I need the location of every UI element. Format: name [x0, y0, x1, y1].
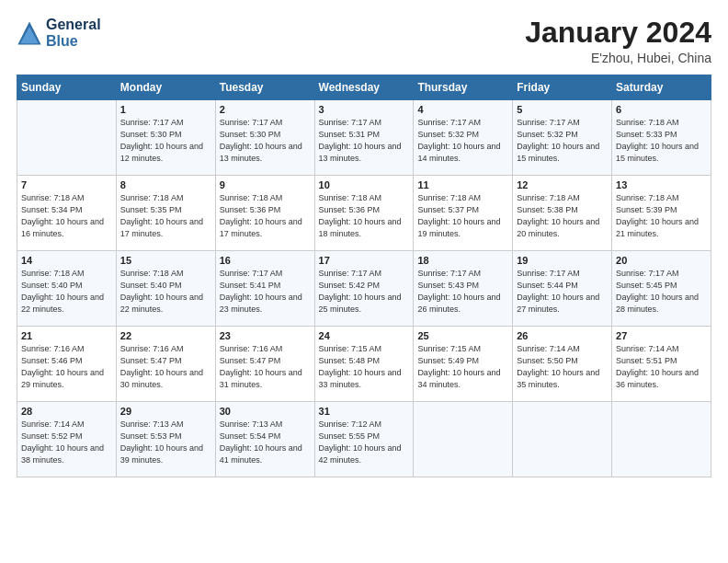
day-info: Sunrise: 7:18 AMSunset: 5:34 PMDaylight:…	[21, 192, 112, 240]
day-info-line: Sunrise: 7:18 AM	[616, 117, 707, 129]
day-info: Sunrise: 7:16 AMSunset: 5:46 PMDaylight:…	[21, 343, 112, 391]
day-info-line: Sunset: 5:32 PM	[517, 129, 608, 141]
day-info-line: Daylight: 10 hours and 16 minutes.	[21, 216, 112, 240]
day-info-line: Daylight: 10 hours and 31 minutes.	[220, 367, 311, 391]
day-info-line: Sunrise: 7:12 AM	[319, 419, 410, 431]
day-info-line: Daylight: 10 hours and 22 minutes.	[21, 292, 112, 316]
day-info-line: Sunset: 5:46 PM	[21, 355, 112, 367]
day-info-line: Sunset: 5:52 PM	[21, 431, 112, 442]
day-info-line: Daylight: 10 hours and 27 minutes.	[517, 292, 608, 316]
calendar-cell: 14Sunrise: 7:18 AMSunset: 5:40 PMDayligh…	[17, 251, 117, 327]
day-info-line: Daylight: 10 hours and 42 minutes.	[319, 442, 410, 466]
header-row: Sunday Monday Tuesday Wednesday Thursday…	[17, 75, 711, 100]
day-info: Sunrise: 7:15 AMSunset: 5:49 PMDaylight:…	[417, 343, 508, 391]
day-number: 22	[120, 330, 211, 341]
day-info-line: Sunset: 5:43 PM	[417, 280, 508, 292]
day-info-line: Daylight: 10 hours and 12 minutes.	[120, 141, 211, 165]
calendar-cell: 4Sunrise: 7:17 AMSunset: 5:32 PMDaylight…	[414, 100, 513, 176]
day-info-line: Daylight: 10 hours and 17 minutes.	[220, 216, 311, 240]
day-info-line: Daylight: 10 hours and 39 minutes.	[120, 442, 211, 466]
day-info-line: Sunrise: 7:17 AM	[616, 268, 707, 280]
day-info-line: Sunrise: 7:17 AM	[319, 117, 410, 129]
day-number: 18	[417, 255, 508, 266]
calendar-cell: 31Sunrise: 7:12 AMSunset: 5:55 PMDayligh…	[314, 402, 414, 477]
calendar-cell: 17Sunrise: 7:17 AMSunset: 5:42 PMDayligh…	[314, 251, 414, 327]
day-info-line: Sunset: 5:50 PM	[517, 355, 608, 367]
day-info-line: Daylight: 10 hours and 15 minutes.	[517, 141, 608, 165]
day-info-line: Sunrise: 7:17 AM	[417, 117, 508, 129]
day-number: 27	[616, 330, 707, 341]
day-number: 13	[616, 179, 707, 190]
day-info-line: Daylight: 10 hours and 23 minutes.	[220, 292, 311, 316]
day-number: 20	[616, 255, 707, 266]
day-info-line: Sunrise: 7:14 AM	[517, 343, 608, 355]
day-number: 19	[517, 255, 608, 266]
day-info-line: Sunrise: 7:18 AM	[220, 192, 311, 204]
calendar-cell: 7Sunrise: 7:18 AMSunset: 5:34 PMDaylight…	[17, 176, 117, 251]
day-info-line: Sunset: 5:51 PM	[616, 355, 707, 367]
col-friday: Friday	[513, 75, 612, 100]
day-info-line: Sunset: 5:44 PM	[517, 280, 608, 292]
day-number: 21	[21, 330, 112, 341]
calendar-cell	[17, 100, 117, 176]
day-info-line: Sunrise: 7:13 AM	[120, 419, 211, 431]
day-number: 29	[120, 406, 211, 417]
day-info: Sunrise: 7:17 AMSunset: 5:42 PMDaylight:…	[319, 268, 410, 316]
calendar-cell: 27Sunrise: 7:14 AMSunset: 5:51 PMDayligh…	[612, 327, 711, 402]
day-info-line: Daylight: 10 hours and 26 minutes.	[417, 292, 508, 316]
calendar-cell: 5Sunrise: 7:17 AMSunset: 5:32 PMDaylight…	[513, 100, 612, 176]
calendar-cell: 6Sunrise: 7:18 AMSunset: 5:33 PMDaylight…	[612, 100, 711, 176]
day-info-line: Sunrise: 7:18 AM	[21, 192, 112, 204]
calendar-cell: 15Sunrise: 7:18 AMSunset: 5:40 PMDayligh…	[116, 251, 215, 327]
day-number: 9	[220, 179, 311, 190]
day-info: Sunrise: 7:14 AMSunset: 5:52 PMDaylight:…	[21, 419, 112, 466]
calendar-cell: 8Sunrise: 7:18 AMSunset: 5:35 PMDaylight…	[116, 176, 215, 251]
day-number: 16	[220, 255, 311, 266]
day-info-line: Sunset: 5:40 PM	[120, 280, 211, 292]
calendar-cell: 21Sunrise: 7:16 AMSunset: 5:46 PMDayligh…	[17, 327, 117, 402]
day-info: Sunrise: 7:18 AMSunset: 5:37 PMDaylight:…	[417, 192, 508, 240]
day-info-line: Sunrise: 7:18 AM	[517, 192, 608, 204]
day-info-line: Sunrise: 7:17 AM	[220, 117, 311, 129]
day-info-line: Daylight: 10 hours and 28 minutes.	[616, 292, 707, 316]
day-info-line: Sunrise: 7:17 AM	[220, 268, 311, 280]
day-info-line: Sunrise: 7:18 AM	[120, 268, 211, 280]
day-info: Sunrise: 7:14 AMSunset: 5:51 PMDaylight:…	[616, 343, 707, 391]
day-number: 4	[417, 104, 508, 115]
day-info: Sunrise: 7:17 AMSunset: 5:45 PMDaylight:…	[616, 268, 707, 316]
page-header: General Blue January 2024 E'zhou, Hubei,…	[17, 17, 711, 65]
day-info-line: Sunset: 5:41 PM	[220, 280, 311, 292]
logo: General Blue	[17, 17, 101, 51]
day-info-line: Sunrise: 7:15 AM	[319, 343, 410, 355]
day-info-line: Sunset: 5:42 PM	[319, 280, 410, 292]
day-info: Sunrise: 7:14 AMSunset: 5:50 PMDaylight:…	[517, 343, 608, 391]
calendar-cell: 26Sunrise: 7:14 AMSunset: 5:50 PMDayligh…	[513, 327, 612, 402]
day-info-line: Sunrise: 7:18 AM	[120, 192, 211, 204]
day-number: 31	[319, 406, 410, 417]
day-info-line: Sunset: 5:47 PM	[220, 355, 311, 367]
day-info: Sunrise: 7:18 AMSunset: 5:40 PMDaylight:…	[21, 268, 112, 316]
day-info: Sunrise: 7:16 AMSunset: 5:47 PMDaylight:…	[220, 343, 311, 391]
day-info-line: Sunset: 5:54 PM	[220, 431, 311, 442]
day-info: Sunrise: 7:17 AMSunset: 5:31 PMDaylight:…	[319, 117, 410, 165]
day-info-line: Sunrise: 7:18 AM	[319, 192, 410, 204]
day-info: Sunrise: 7:17 AMSunset: 5:32 PMDaylight:…	[417, 117, 508, 165]
day-info-line: Sunset: 5:30 PM	[220, 129, 311, 141]
day-info-line: Sunset: 5:49 PM	[417, 355, 508, 367]
day-info: Sunrise: 7:18 AMSunset: 5:40 PMDaylight:…	[120, 268, 211, 316]
calendar-cell: 24Sunrise: 7:15 AMSunset: 5:48 PMDayligh…	[314, 327, 414, 402]
day-number: 7	[21, 179, 112, 190]
day-number: 17	[319, 255, 410, 266]
day-info-line: Sunset: 5:34 PM	[21, 204, 112, 216]
day-info-line: Daylight: 10 hours and 18 minutes.	[319, 216, 410, 240]
day-number: 30	[220, 406, 311, 417]
calendar-week-1: 1Sunrise: 7:17 AMSunset: 5:30 PMDaylight…	[17, 100, 711, 176]
calendar-cell: 9Sunrise: 7:18 AMSunset: 5:36 PMDaylight…	[215, 176, 314, 251]
day-info: Sunrise: 7:12 AMSunset: 5:55 PMDaylight:…	[319, 419, 410, 466]
day-info-line: Daylight: 10 hours and 35 minutes.	[517, 367, 608, 391]
day-number: 6	[616, 104, 707, 115]
col-saturday: Saturday	[612, 75, 711, 100]
calendar-cell: 10Sunrise: 7:18 AMSunset: 5:36 PMDayligh…	[314, 176, 414, 251]
day-info-line: Daylight: 10 hours and 29 minutes.	[21, 367, 112, 391]
calendar-week-5: 28Sunrise: 7:14 AMSunset: 5:52 PMDayligh…	[17, 402, 711, 477]
